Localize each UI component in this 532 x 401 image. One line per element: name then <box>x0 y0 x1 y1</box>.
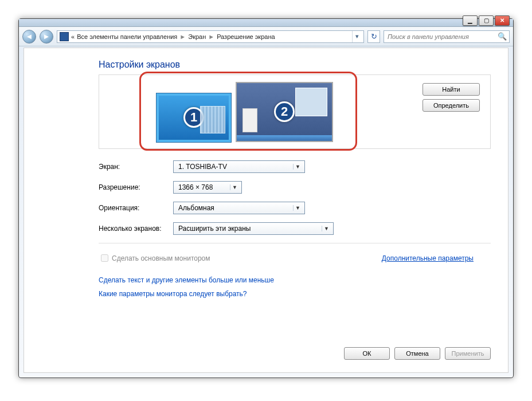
apply-button[interactable]: Применить <box>445 347 491 360</box>
monitor-thumbnails: 1 2 <box>157 82 333 142</box>
breadcrumb-dropdown-icon[interactable]: ▾ <box>352 31 361 42</box>
orientation-value: Альбомная <box>178 204 214 212</box>
refresh-button[interactable]: ↻ <box>367 30 380 43</box>
display-preview-panel: 1 2 Найти Определить <box>99 74 491 149</box>
maximize-button[interactable]: ▢ <box>479 15 494 26</box>
monitor-thumbnail-2[interactable]: 2 <box>236 82 333 142</box>
chevron-down-icon: ▼ <box>293 164 302 170</box>
page-title: Настройки экранов <box>99 60 491 70</box>
screen-value: 1. TOSHIBA-TV <box>178 163 227 171</box>
monitor-decor-icon <box>295 88 327 116</box>
window-frame: ▁ ▢ ✕ ◄ ► « Все элементы панели управлен… <box>18 18 514 378</box>
monitor-thumbnail-1[interactable]: 1 <box>157 93 231 142</box>
breadcrumb-overflow: « <box>71 33 75 40</box>
window-controls: ▁ ▢ ✕ <box>463 15 510 26</box>
multiple-displays-row: Несколько экранов: Расширить эти экраны … <box>99 222 491 235</box>
chevron-down-icon: ▼ <box>293 205 302 211</box>
main-monitor-row: Сделать основным монитором Дополнительны… <box>99 253 491 264</box>
orientation-dropdown[interactable]: Альбомная ▼ <box>173 202 305 214</box>
preview-side-buttons: Найти Определить <box>423 83 480 112</box>
monitor-decor-icon <box>237 135 332 141</box>
multiple-displays-dropdown[interactable]: Расширить эти экраны ▼ <box>173 222 334 235</box>
breadcrumb-sep-icon: ► <box>177 33 188 40</box>
breadcrumb-sep-icon: ► <box>206 33 217 40</box>
chevron-down-icon: ▼ <box>322 226 331 231</box>
advanced-settings-link[interactable]: Дополнительные параметры <box>382 254 474 262</box>
multiple-displays-value: Расширить эти экраны <box>178 225 251 233</box>
monitor-number-badge: 2 <box>274 101 295 122</box>
text-size-link[interactable]: Сделать текст и другие элементы больше и… <box>99 276 491 284</box>
resolution-label: Разрешение: <box>99 183 173 191</box>
find-button[interactable]: Найти <box>423 83 480 96</box>
search-box[interactable]: 🔍 <box>384 30 510 43</box>
search-input[interactable] <box>386 33 498 41</box>
monitor-decor-icon <box>200 106 225 133</box>
multiple-displays-label: Несколько экранов: <box>99 225 173 233</box>
breadcrumb-item-1[interactable]: Все элементы панели управления <box>77 33 177 40</box>
breadcrumb-item-2[interactable]: Экран <box>188 33 206 40</box>
resolution-value: 1366 × 768 <box>178 183 213 191</box>
breadcrumb-item-3[interactable]: Разрешение экрана <box>217 33 275 40</box>
resolution-dropdown[interactable]: 1366 × 768 ▼ <box>173 181 242 194</box>
breadcrumb[interactable]: « Все элементы панели управления ► Экран… <box>57 30 364 43</box>
main-monitor-label: Сделать основным монитором <box>112 254 210 262</box>
close-button[interactable]: ✕ <box>495 15 510 26</box>
navigation-bar: ◄ ► « Все элементы панели управления ► Э… <box>19 27 513 46</box>
nav-back-button[interactable]: ◄ <box>22 30 36 44</box>
identify-button[interactable]: Определить <box>423 99 480 112</box>
screen-label: Экран: <box>99 163 173 171</box>
content-area: Настройки экранов 1 2 Найти Определить <box>24 48 508 373</box>
minimize-button[interactable]: ▁ <box>463 15 478 26</box>
search-icon[interactable]: 🔍 <box>498 32 507 41</box>
which-settings-link[interactable]: Какие параметры монитора следует выбрать… <box>99 290 491 298</box>
main-monitor-checkbox[interactable] <box>101 254 108 262</box>
control-panel-icon <box>60 32 69 41</box>
dialog-buttons: ОК Отмена Применить <box>344 347 491 360</box>
nav-forward-button[interactable]: ► <box>40 30 53 44</box>
chevron-down-icon: ▼ <box>230 184 239 190</box>
orientation-label: Ориентация: <box>99 204 173 212</box>
orientation-row: Ориентация: Альбомная ▼ <box>99 202 491 214</box>
separator <box>99 243 491 243</box>
resolution-row: Разрешение: 1366 × 768 ▼ <box>99 181 491 194</box>
footer-links: Сделать текст и другие элементы больше и… <box>99 276 491 298</box>
cancel-button[interactable]: Отмена <box>394 347 440 360</box>
ok-button[interactable]: ОК <box>344 347 390 360</box>
screen-dropdown[interactable]: 1. TOSHIBA-TV ▼ <box>173 160 305 173</box>
monitor-decor-icon <box>242 108 257 132</box>
titlebar: ▁ ▢ ✕ <box>19 19 513 27</box>
screen-row: Экран: 1. TOSHIBA-TV ▼ <box>99 160 491 173</box>
